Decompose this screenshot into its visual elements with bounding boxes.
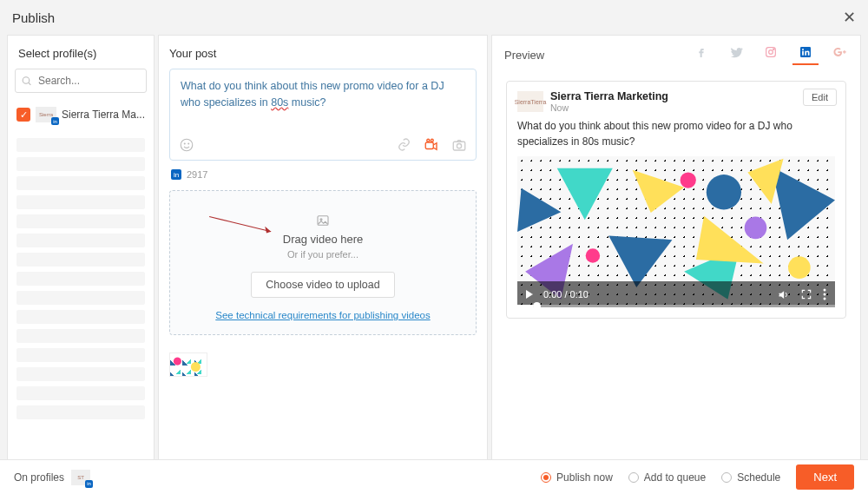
svg-point-35 <box>824 293 826 296</box>
linkedin-icon: in <box>171 169 181 180</box>
svg-point-34 <box>824 289 826 292</box>
svg-marker-20 <box>557 168 613 220</box>
fullscreen-icon[interactable] <box>800 288 812 300</box>
composer: What do you think about this new promo v… <box>169 69 477 161</box>
svg-point-9 <box>457 144 461 148</box>
camera-icon[interactable] <box>451 137 467 153</box>
instagram-icon[interactable] <box>763 44 779 60</box>
checkbox-checked-icon[interactable]: ✓ <box>16 108 30 122</box>
svg-point-36 <box>824 298 826 300</box>
image-placeholder-icon <box>181 214 465 227</box>
profiles-heading: Select profile(s) <box>8 36 154 69</box>
search-input[interactable] <box>15 69 147 93</box>
svg-point-26 <box>707 175 741 209</box>
author-time: Now <box>550 102 668 113</box>
link-icon[interactable] <box>397 137 411 153</box>
play-icon[interactable] <box>526 290 533 299</box>
preview-heading: Preview <box>504 49 544 62</box>
publish-now-radio[interactable]: Publish now <box>541 471 613 484</box>
profile-avatar: Sierrain <box>36 107 56 122</box>
preview-text: What do you think about this new promo v… <box>517 118 835 149</box>
facebook-icon[interactable] <box>694 44 709 60</box>
dropzone-subtitle: Or if you prefer... <box>181 249 465 260</box>
svg-point-28 <box>681 172 696 188</box>
volume-icon[interactable] <box>777 288 790 301</box>
linkedin-icon: in <box>85 480 93 488</box>
svg-rect-5 <box>425 142 433 149</box>
video-time: 0:00 / 0:10 <box>543 289 589 300</box>
svg-point-6 <box>427 139 430 142</box>
svg-point-16 <box>773 49 774 49</box>
linkedin-icon[interactable] <box>798 44 813 60</box>
choose-video-button[interactable]: Choose video to upload <box>251 272 394 298</box>
page-title: Publish <box>12 10 55 25</box>
svg-point-29 <box>586 248 600 262</box>
preview-card: Edit SierraTierra Sierra Tierra Marketin… <box>506 81 846 319</box>
author-avatar: SierraTierra <box>517 91 543 112</box>
char-counter: 2917 <box>187 169 207 180</box>
svg-line-1 <box>29 82 30 84</box>
svg-marker-23 <box>772 167 835 240</box>
profile-label: Sierra Tierra Ma... <box>62 109 145 121</box>
svg-point-30 <box>788 256 811 279</box>
video-thumbnail[interactable] <box>169 352 207 377</box>
more-icon[interactable] <box>823 288 826 300</box>
linkedin-icon: in <box>51 117 59 125</box>
twitter-icon[interactable] <box>728 44 744 60</box>
svg-marker-31 <box>633 170 684 213</box>
emoji-icon[interactable] <box>179 137 194 153</box>
svg-marker-33 <box>517 188 561 232</box>
dropzone-title: Drag video here <box>181 233 465 246</box>
close-icon[interactable]: ✕ <box>843 8 856 27</box>
next-button[interactable]: Next <box>796 464 854 490</box>
search-icon <box>21 76 32 87</box>
video-icon[interactable] <box>424 137 439 153</box>
svg-marker-21 <box>608 236 672 287</box>
googleplus-icon[interactable] <box>832 44 848 60</box>
svg-point-0 <box>23 77 30 84</box>
svg-point-27 <box>745 217 767 240</box>
svg-point-19 <box>802 49 804 50</box>
post-heading: Your post <box>159 36 487 69</box>
video-dropzone[interactable]: Drag video here Or if you prefer... Choo… <box>169 190 477 335</box>
footer-profile-avatar[interactable]: STin <box>71 470 90 485</box>
technical-requirements-link[interactable]: See technical requirements for publishin… <box>215 310 430 320</box>
svg-point-3 <box>184 143 185 144</box>
svg-rect-18 <box>802 51 804 56</box>
svg-point-15 <box>769 50 773 55</box>
add-to-queue-radio[interactable]: Add to queue <box>628 471 706 484</box>
video-player[interactable]: 0:00 / 0:10 <box>517 156 835 307</box>
author-name: Sierra Tierra Marketing <box>550 90 668 102</box>
svg-point-7 <box>431 139 433 142</box>
profile-placeholder-list <box>8 128 154 430</box>
profile-row[interactable]: ✓ Sierrain Sierra Tierra Ma... <box>8 102 154 128</box>
schedule-radio[interactable]: Schedule <box>721 471 780 484</box>
edit-button[interactable]: Edit <box>803 89 837 106</box>
svg-point-2 <box>181 139 193 151</box>
svg-point-13 <box>320 219 322 221</box>
composer-textarea[interactable]: What do you think about this new promo v… <box>170 69 476 132</box>
svg-point-4 <box>188 143 189 144</box>
svg-rect-8 <box>453 142 465 150</box>
footer-on-profiles-label: On profiles <box>14 471 64 484</box>
svg-rect-12 <box>318 216 328 226</box>
video-progress[interactable] <box>517 305 835 307</box>
